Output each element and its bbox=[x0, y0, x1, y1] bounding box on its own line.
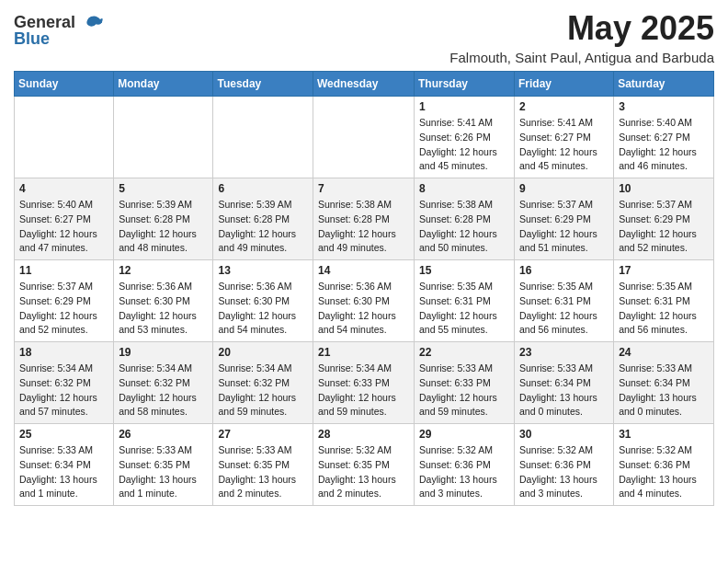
day-info: Sunrise: 5:40 AM Sunset: 6:27 PM Dayligh… bbox=[619, 116, 709, 174]
day-info: Sunrise: 5:41 AM Sunset: 6:26 PM Dayligh… bbox=[419, 116, 509, 174]
day-number: 23 bbox=[519, 346, 609, 359]
logo-blue: Blue bbox=[14, 29, 50, 48]
empty-cell bbox=[15, 97, 114, 178]
day-number: 29 bbox=[419, 428, 509, 441]
day-cell-14: 14Sunrise: 5:36 AM Sunset: 6:30 PM Dayli… bbox=[313, 260, 415, 342]
day-cell-25: 25Sunrise: 5:33 AM Sunset: 6:34 PM Dayli… bbox=[15, 424, 114, 506]
day-info: Sunrise: 5:32 AM Sunset: 6:36 PM Dayligh… bbox=[619, 443, 709, 501]
day-number: 17 bbox=[619, 264, 709, 277]
day-cell-22: 22Sunrise: 5:33 AM Sunset: 6:33 PM Dayli… bbox=[415, 342, 515, 424]
week-row-3: 11Sunrise: 5:37 AM Sunset: 6:29 PM Dayli… bbox=[15, 260, 714, 342]
day-cell-9: 9Sunrise: 5:37 AM Sunset: 6:29 PM Daylig… bbox=[515, 178, 614, 260]
day-number: 1 bbox=[419, 100, 509, 113]
day-cell-31: 31Sunrise: 5:32 AM Sunset: 6:36 PM Dayli… bbox=[614, 424, 714, 506]
day-cell-29: 29Sunrise: 5:32 AM Sunset: 6:36 PM Dayli… bbox=[415, 424, 515, 506]
day-cell-20: 20Sunrise: 5:34 AM Sunset: 6:32 PM Dayli… bbox=[213, 342, 313, 424]
day-number: 28 bbox=[318, 428, 409, 441]
day-info: Sunrise: 5:39 AM Sunset: 6:28 PM Dayligh… bbox=[119, 198, 208, 256]
day-number: 31 bbox=[619, 428, 709, 441]
day-info: Sunrise: 5:33 AM Sunset: 6:34 PM Dayligh… bbox=[519, 362, 609, 419]
empty-cell bbox=[313, 97, 415, 178]
day-number: 3 bbox=[619, 100, 709, 113]
location-subtitle: Falmouth, Saint Paul, Antigua and Barbud… bbox=[449, 50, 714, 65]
header: General Blue May 2025 Falmouth, Saint Pa… bbox=[14, 9, 714, 65]
day-cell-6: 6Sunrise: 5:39 AM Sunset: 6:28 PM Daylig… bbox=[213, 178, 313, 260]
day-info: Sunrise: 5:33 AM Sunset: 6:35 PM Dayligh… bbox=[218, 443, 308, 501]
day-number: 21 bbox=[318, 346, 409, 359]
day-cell-1: 1Sunrise: 5:41 AM Sunset: 6:26 PM Daylig… bbox=[415, 97, 515, 178]
day-cell-15: 15Sunrise: 5:35 AM Sunset: 6:31 PM Dayli… bbox=[415, 260, 515, 342]
month-year-title: May 2025 bbox=[449, 9, 714, 48]
day-cell-11: 11Sunrise: 5:37 AM Sunset: 6:29 PM Dayli… bbox=[15, 260, 114, 342]
day-number: 12 bbox=[119, 264, 208, 277]
day-cell-19: 19Sunrise: 5:34 AM Sunset: 6:32 PM Dayli… bbox=[114, 342, 213, 424]
day-number: 22 bbox=[419, 346, 509, 359]
day-number: 15 bbox=[419, 264, 509, 277]
day-info: Sunrise: 5:37 AM Sunset: 6:29 PM Dayligh… bbox=[19, 280, 108, 338]
day-cell-8: 8Sunrise: 5:38 AM Sunset: 6:28 PM Daylig… bbox=[415, 178, 515, 260]
day-number: 20 bbox=[218, 346, 308, 359]
day-cell-12: 12Sunrise: 5:36 AM Sunset: 6:30 PM Dayli… bbox=[114, 260, 213, 342]
day-info: Sunrise: 5:36 AM Sunset: 6:30 PM Dayligh… bbox=[119, 280, 208, 338]
day-number: 6 bbox=[218, 182, 308, 195]
day-number: 8 bbox=[419, 182, 509, 195]
day-info: Sunrise: 5:37 AM Sunset: 6:29 PM Dayligh… bbox=[519, 198, 609, 256]
day-cell-18: 18Sunrise: 5:34 AM Sunset: 6:32 PM Dayli… bbox=[15, 342, 114, 424]
day-info: Sunrise: 5:33 AM Sunset: 6:34 PM Dayligh… bbox=[619, 362, 709, 419]
day-cell-3: 3Sunrise: 5:40 AM Sunset: 6:27 PM Daylig… bbox=[614, 97, 714, 178]
day-info: Sunrise: 5:35 AM Sunset: 6:31 PM Dayligh… bbox=[519, 280, 609, 338]
calendar-table: SundayMondayTuesdayWednesdayThursdayFrid… bbox=[14, 71, 714, 506]
day-number: 14 bbox=[318, 264, 409, 277]
day-info: Sunrise: 5:36 AM Sunset: 6:30 PM Dayligh… bbox=[218, 280, 308, 338]
day-cell-16: 16Sunrise: 5:35 AM Sunset: 6:31 PM Dayli… bbox=[515, 260, 614, 342]
day-number: 11 bbox=[19, 264, 108, 277]
day-number: 7 bbox=[318, 182, 409, 195]
day-cell-5: 5Sunrise: 5:39 AM Sunset: 6:28 PM Daylig… bbox=[114, 178, 213, 260]
day-info: Sunrise: 5:33 AM Sunset: 6:35 PM Dayligh… bbox=[119, 443, 208, 501]
day-cell-30: 30Sunrise: 5:32 AM Sunset: 6:36 PM Dayli… bbox=[515, 424, 614, 506]
day-info: Sunrise: 5:35 AM Sunset: 6:31 PM Dayligh… bbox=[619, 280, 709, 338]
week-row-2: 4Sunrise: 5:40 AM Sunset: 6:27 PM Daylig… bbox=[15, 178, 714, 260]
day-info: Sunrise: 5:39 AM Sunset: 6:28 PM Dayligh… bbox=[218, 198, 308, 256]
day-number: 16 bbox=[519, 264, 609, 277]
weekday-header-sunday: Sunday bbox=[15, 72, 114, 97]
day-cell-7: 7Sunrise: 5:38 AM Sunset: 6:28 PM Daylig… bbox=[313, 178, 415, 260]
day-cell-26: 26Sunrise: 5:33 AM Sunset: 6:35 PM Dayli… bbox=[114, 424, 213, 506]
weekday-header-saturday: Saturday bbox=[614, 72, 714, 97]
day-info: Sunrise: 5:32 AM Sunset: 6:35 PM Dayligh… bbox=[318, 443, 409, 501]
day-info: Sunrise: 5:33 AM Sunset: 6:34 PM Dayligh… bbox=[19, 443, 108, 501]
logo: General Blue bbox=[14, 13, 104, 49]
day-info: Sunrise: 5:34 AM Sunset: 6:32 PM Dayligh… bbox=[19, 362, 108, 419]
day-info: Sunrise: 5:41 AM Sunset: 6:27 PM Dayligh… bbox=[519, 116, 609, 174]
day-cell-21: 21Sunrise: 5:34 AM Sunset: 6:33 PM Dayli… bbox=[313, 342, 415, 424]
weekday-header-tuesday: Tuesday bbox=[213, 72, 313, 97]
day-cell-2: 2Sunrise: 5:41 AM Sunset: 6:27 PM Daylig… bbox=[515, 97, 614, 178]
day-cell-28: 28Sunrise: 5:32 AM Sunset: 6:35 PM Dayli… bbox=[313, 424, 415, 506]
day-info: Sunrise: 5:35 AM Sunset: 6:31 PM Dayligh… bbox=[419, 280, 509, 338]
day-info: Sunrise: 5:32 AM Sunset: 6:36 PM Dayligh… bbox=[519, 443, 609, 501]
day-number: 4 bbox=[19, 182, 108, 195]
day-cell-4: 4Sunrise: 5:40 AM Sunset: 6:27 PM Daylig… bbox=[15, 178, 114, 260]
day-cell-13: 13Sunrise: 5:36 AM Sunset: 6:30 PM Dayli… bbox=[213, 260, 313, 342]
day-info: Sunrise: 5:38 AM Sunset: 6:28 PM Dayligh… bbox=[318, 198, 409, 256]
day-info: Sunrise: 5:37 AM Sunset: 6:29 PM Dayligh… bbox=[619, 198, 709, 256]
day-number: 10 bbox=[619, 182, 709, 195]
day-number: 26 bbox=[119, 428, 208, 441]
week-row-5: 25Sunrise: 5:33 AM Sunset: 6:34 PM Dayli… bbox=[15, 424, 714, 506]
day-info: Sunrise: 5:36 AM Sunset: 6:30 PM Dayligh… bbox=[318, 280, 409, 338]
day-info: Sunrise: 5:34 AM Sunset: 6:32 PM Dayligh… bbox=[218, 362, 308, 419]
day-number: 30 bbox=[519, 428, 609, 441]
empty-cell bbox=[213, 97, 313, 178]
day-number: 25 bbox=[19, 428, 108, 441]
week-row-1: 1Sunrise: 5:41 AM Sunset: 6:26 PM Daylig… bbox=[15, 97, 714, 178]
day-info: Sunrise: 5:34 AM Sunset: 6:33 PM Dayligh… bbox=[318, 362, 409, 419]
day-number: 5 bbox=[119, 182, 208, 195]
empty-cell bbox=[114, 97, 213, 178]
day-cell-27: 27Sunrise: 5:33 AM Sunset: 6:35 PM Dayli… bbox=[213, 424, 313, 506]
day-cell-10: 10Sunrise: 5:37 AM Sunset: 6:29 PM Dayli… bbox=[614, 178, 714, 260]
day-cell-23: 23Sunrise: 5:33 AM Sunset: 6:34 PM Dayli… bbox=[515, 342, 614, 424]
day-number: 27 bbox=[218, 428, 308, 441]
day-info: Sunrise: 5:40 AM Sunset: 6:27 PM Dayligh… bbox=[19, 198, 108, 256]
weekday-header-monday: Monday bbox=[114, 72, 213, 97]
weekday-header-row: SundayMondayTuesdayWednesdayThursdayFrid… bbox=[15, 72, 714, 97]
